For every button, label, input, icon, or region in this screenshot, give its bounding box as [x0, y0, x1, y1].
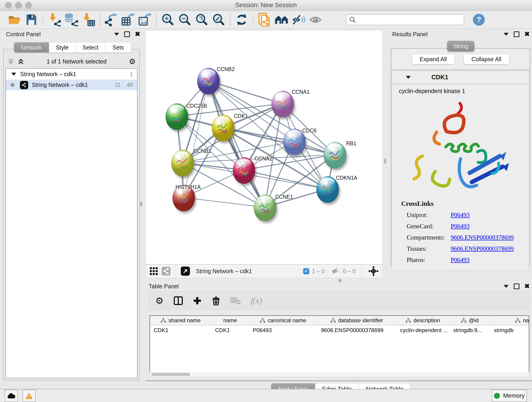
- table-row[interactable]: CDK1CDK1P064939606.ENSP00000378699cyclin…: [150, 325, 529, 335]
- network-edge[interactable]: [184, 81, 208, 198]
- warning-icon: [25, 392, 33, 399]
- column-header-shared-name[interactable]: shared name: [150, 316, 211, 325]
- detach-view-icon[interactable]: [181, 267, 190, 276]
- crosslink-link[interactable]: 9606.ENSP00000378699: [451, 245, 514, 252]
- zoom-selected-button[interactable]: [210, 12, 227, 27]
- network-node-CDKN1A[interactable]: [317, 176, 339, 203]
- add-column-icon[interactable]: [193, 296, 202, 305]
- network-canvas[interactable]: CCNB2CCNA1CDC25BCDK1CDC6RB1CCNB1CCNA2CDK…: [146, 30, 383, 264]
- left-splitter-handle[interactable]: [140, 202, 142, 207]
- refresh-icon: [235, 13, 248, 26]
- right-splitter-handle[interactable]: [384, 159, 386, 164]
- column-header-canonical-name[interactable]: canonical name: [249, 316, 317, 325]
- tab-sets[interactable]: Sets: [106, 42, 131, 53]
- network-node-CDK1[interactable]: [212, 115, 234, 141]
- table-cell[interactable]: cyclin-dependent ...: [396, 325, 450, 335]
- table-cell[interactable]: stringdb: [490, 325, 529, 335]
- open-session-button[interactable]: [6, 12, 23, 27]
- help-button[interactable]: ?: [473, 14, 485, 26]
- column-header-name[interactable]: name: [211, 316, 249, 325]
- collapse-all-button[interactable]: Collapse All: [463, 54, 510, 64]
- import-table-from-file-button[interactable]: [80, 12, 97, 27]
- crosslink-link[interactable]: P06493: [451, 211, 470, 219]
- network-collection-row[interactable]: String Network – cdk1 1: [6, 69, 137, 80]
- network-edge[interactable]: [208, 81, 265, 207]
- network-node-label: CDK1: [234, 113, 248, 119]
- delete-column-icon[interactable]: [212, 296, 220, 305]
- crosslink-link[interactable]: P06493: [451, 223, 470, 230]
- panel-float-icon[interactable]: [124, 32, 130, 37]
- network-node-CCNE1[interactable]: [254, 195, 276, 221]
- import-network-from-file-button[interactable]: [46, 12, 63, 27]
- collection-expand-icon[interactable]: [12, 73, 16, 76]
- panel-menu-icon[interactable]: [114, 33, 119, 36]
- network-node-RB1[interactable]: [324, 142, 346, 168]
- column-header-database-identifier[interactable]: database identifier: [317, 316, 396, 325]
- table-cell[interactable]: stringdb:9...: [450, 325, 490, 335]
- network-node-CCNA2[interactable]: [233, 157, 255, 184]
- network-edge[interactable]: [184, 198, 265, 207]
- panel-close-icon[interactable]: ✖: [525, 283, 530, 289]
- network-row[interactable]: String Network – cdk1 11 48: [6, 80, 137, 90]
- save-session-button[interactable]: [23, 12, 40, 27]
- export-image-button[interactable]: [137, 12, 153, 27]
- network-node-CCNB2[interactable]: [197, 68, 220, 95]
- column-header-label: description: [413, 317, 440, 324]
- table-hscrollbar[interactable]: [150, 372, 529, 377]
- panel-close-icon[interactable]: ✖: [525, 31, 530, 37]
- panel-float-icon[interactable]: [514, 283, 519, 289]
- string-protein-query-button[interactable]: [256, 12, 273, 27]
- table-cell[interactable]: P06493: [249, 325, 317, 335]
- collapse-all-icon[interactable]: [7, 58, 14, 65]
- gene-section-body: cyclin-dependent kinase 1: [392, 84, 529, 271]
- zoom-in-button[interactable]: [159, 12, 177, 27]
- table-cell[interactable]: CDK1: [211, 325, 249, 335]
- crosslink-link[interactable]: P06493: [451, 256, 470, 264]
- network-node-CCNB1[interactable]: [171, 150, 194, 177]
- search-input[interactable]: [356, 16, 464, 23]
- column-header--id[interactable]: @id: [450, 316, 490, 325]
- zoom-fit-button[interactable]: [193, 12, 210, 27]
- export-table-button[interactable]: [120, 12, 137, 27]
- table-cell[interactable]: CDK1: [150, 325, 211, 335]
- column-header-description[interactable]: description: [396, 316, 450, 325]
- pan-crosshair-icon[interactable]: [368, 266, 379, 276]
- refresh-button[interactable]: [233, 12, 250, 27]
- import-network-from-database-button[interactable]: [63, 12, 80, 27]
- network-node-CDC25B[interactable]: [166, 103, 188, 130]
- expand-all-icon[interactable]: [17, 58, 24, 65]
- table-settings-icon[interactable]: ⚙: [155, 296, 164, 305]
- crosslink-link[interactable]: 9606.ENSP00000378699: [451, 234, 514, 241]
- zoom-out-button[interactable]: [177, 12, 193, 27]
- panel-close-icon[interactable]: ✖: [135, 31, 140, 37]
- panel-menu-icon[interactable]: [504, 285, 509, 288]
- export-network-button[interactable]: [103, 12, 120, 27]
- show-columns-icon[interactable]: [174, 296, 183, 305]
- memory-button[interactable]: Memory: [492, 390, 527, 402]
- gear-icon[interactable]: ⚙: [129, 58, 136, 65]
- network-badge-icon: [20, 81, 28, 89]
- home-button[interactable]: [273, 12, 290, 27]
- tab-select[interactable]: Select: [76, 42, 105, 53]
- selected-checkbox-icon[interactable]: ✓: [303, 268, 309, 274]
- panel-float-icon[interactable]: [514, 32, 519, 37]
- table-cell[interactable]: 9606.ENSP00000378699: [317, 325, 396, 335]
- gene-expand-icon[interactable]: [406, 76, 411, 79]
- tab-network[interactable]: Network: [14, 42, 49, 53]
- network-node-CCNA1[interactable]: [272, 91, 294, 117]
- column-header-namespace[interactable]: namespace: [490, 316, 529, 325]
- tab-string[interactable]: String: [447, 41, 474, 51]
- hide-panels-button[interactable]: [290, 12, 307, 27]
- warning-status-button[interactable]: [22, 390, 36, 402]
- tab-style[interactable]: Style: [49, 42, 76, 53]
- expand-all-button[interactable]: Expand All: [412, 54, 455, 64]
- memory-status-dot: [494, 393, 500, 399]
- gene-section-header[interactable]: CDK1: [392, 70, 529, 84]
- show-panels-button[interactable]: [307, 12, 324, 27]
- network-edge[interactable]: [244, 170, 327, 189]
- cloud-status-button[interactable]: [5, 390, 18, 402]
- birds-eye-view-icon[interactable]: [150, 267, 158, 275]
- network-share-icon[interactable]: [162, 267, 171, 275]
- panel-menu-icon[interactable]: [504, 33, 509, 36]
- table-hscrollbar-thumb[interactable]: [151, 373, 190, 376]
